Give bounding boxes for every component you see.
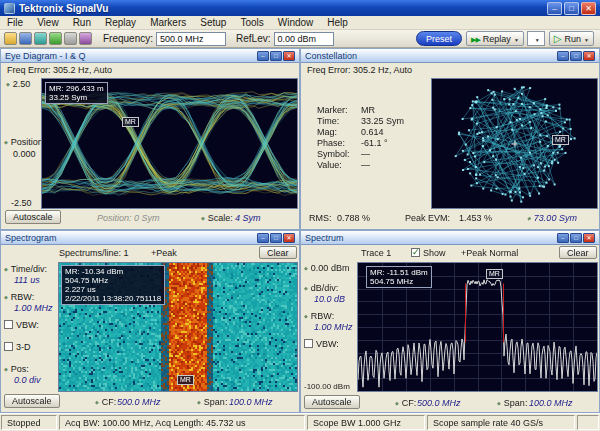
minimize-button[interactable] <box>547 2 562 15</box>
symbols-value[interactable]: 73.00 Sym <box>527 213 577 223</box>
spectrum-panel-header: Spectrum <box>301 231 599 245</box>
db-div-value[interactable]: 10.0 dB <box>314 294 345 304</box>
clear-button[interactable]: Clear <box>259 246 297 259</box>
run-button[interactable]: Run <box>549 31 594 46</box>
vbw-checkbox[interactable] <box>4 320 13 329</box>
rbw-label[interactable]: RBW: <box>304 311 334 321</box>
autoscale-button[interactable]: Autoscale <box>4 394 60 408</box>
spectrogram-panel-title: Spectrogram <box>5 233 257 243</box>
panel-close-button[interactable] <box>283 233 295 243</box>
autoscale-button[interactable]: Autoscale <box>304 395 360 409</box>
autoscale-button[interactable]: Autoscale <box>5 210 61 224</box>
scale-value[interactable]: 4 Sym <box>235 213 261 223</box>
chevron-down-icon <box>511 34 519 44</box>
detector-readout[interactable]: +Peak <box>151 248 177 258</box>
preset-button[interactable]: Preset <box>416 31 462 46</box>
menu-item-replay[interactable]: Replay <box>98 16 143 30</box>
spectrum-panel-title: Spectrum <box>305 233 557 243</box>
y-max-label[interactable]: 2.50 <box>6 79 30 89</box>
eye-marker-mr[interactable]: MR <box>122 117 139 127</box>
panel-minimize-button[interactable] <box>557 51 569 61</box>
position-label[interactable]: Position: <box>4 137 45 147</box>
constellation-plot[interactable]: MR <box>431 78 598 209</box>
rbw-value[interactable]: 1.00 MHz <box>314 322 353 332</box>
clear-button[interactable]: Clear <box>559 246 597 259</box>
run-icon <box>554 33 565 44</box>
panel-maximize-button[interactable] <box>270 233 282 243</box>
scale-label[interactable]: Scale: <box>201 213 233 223</box>
spectrum-marker-readout: MR: -11.51 dBm 504.75 MHz <box>366 266 432 288</box>
close-button[interactable] <box>581 2 596 15</box>
replay-select[interactable] <box>527 31 545 46</box>
spectrogram-plot[interactable]: MR: -10.34 dBm 504.75 MHz 2.227 us 2/22/… <box>58 262 298 392</box>
rms-value: 0.788 % <box>337 213 370 223</box>
menu-item-run[interactable]: Run <box>66 16 98 30</box>
spectrogram-marker-mr[interactable]: MR <box>177 375 194 385</box>
panel-maximize-button[interactable] <box>270 51 282 61</box>
frequency-input[interactable]: 500.0 MHz <box>156 32 226 46</box>
span-value[interactable]: 100.0 MHz <box>229 397 273 407</box>
save-icon[interactable] <box>19 32 32 45</box>
maximize-button[interactable] <box>564 2 579 15</box>
vbw-checkbox[interactable] <box>304 339 313 348</box>
panel-minimize-button[interactable] <box>257 233 269 243</box>
replay-button[interactable]: Replay <box>466 31 524 46</box>
scope-rate-readout: Scope sample rate 40 GS/s <box>427 415 575 430</box>
menu-item-window[interactable]: Window <box>271 16 321 30</box>
cf-label[interactable]: CF: <box>395 398 416 408</box>
window-title: Tektronix SignalVu <box>19 3 547 14</box>
markers-icon[interactable] <box>49 32 62 45</box>
cf-value[interactable]: 500.0 MHz <box>117 397 161 407</box>
span-label[interactable]: Span: <box>497 398 527 408</box>
trace-selector[interactable]: Trace 1 <box>361 248 391 258</box>
freq-error-readout: Freq Error: 305.2 Hz, Auto <box>307 65 412 75</box>
cf-value[interactable]: 500.0 MHz <box>417 398 461 408</box>
panel-close-button[interactable] <box>583 51 595 61</box>
setup-icon[interactable] <box>64 32 77 45</box>
panel-close-button[interactable] <box>583 233 595 243</box>
display-icon[interactable] <box>34 32 47 45</box>
value-value: — <box>361 160 370 170</box>
position-value[interactable]: 0.000 <box>13 149 36 159</box>
spectrum-marker-mr[interactable]: MR <box>486 269 503 279</box>
detector-readout[interactable]: +Peak Normal <box>461 248 518 258</box>
menu-item-help[interactable]: Help <box>320 16 355 30</box>
reflev-input[interactable]: 0.00 dBm <box>274 32 334 46</box>
span-label[interactable]: Span: <box>197 397 227 407</box>
panel-maximize-button[interactable] <box>570 51 582 61</box>
open-icon[interactable] <box>4 32 17 45</box>
menu-item-file[interactable]: File <box>0 16 30 30</box>
span-value[interactable]: 100.0 MHz <box>529 398 573 408</box>
analysis-icon[interactable] <box>79 32 92 45</box>
threed-row: 3-D <box>4 342 31 352</box>
constellation-marker-mr[interactable]: MR <box>552 135 569 145</box>
pos-value[interactable]: 0.0 div <box>14 375 41 385</box>
panel-close-button[interactable] <box>283 51 295 61</box>
eye-diagram-plot[interactable]: MR: 296.433 m 33.25 Sym MR <box>41 78 298 209</box>
show-checkbox[interactable] <box>411 248 420 257</box>
ref-level-label[interactable]: 0.00 dBm <box>304 263 349 273</box>
time-div-value[interactable]: 111 us <box>14 275 40 285</box>
time-div-label[interactable]: Time/div: <box>4 264 47 274</box>
panel-minimize-button[interactable] <box>257 51 269 61</box>
show-row: Show <box>411 248 446 258</box>
vbw-row: VBW: <box>4 320 39 330</box>
threed-checkbox[interactable] <box>4 342 13 351</box>
marker-label: Marker: <box>317 105 348 115</box>
spectrum-panel: Spectrum Trace 1 Show +Peak Normal Clear… <box>300 230 600 413</box>
menu-item-view[interactable]: View <box>30 16 66 30</box>
position-readout: Position: 0 Sym <box>97 213 160 223</box>
rbw-value[interactable]: 1.00 MHz <box>14 303 53 313</box>
spectrums-per-line-readout[interactable]: Spectrums/line: 1 <box>59 248 129 258</box>
cf-label[interactable]: CF: <box>95 397 116 407</box>
rbw-label[interactable]: RBW: <box>4 292 34 302</box>
menu-item-setup[interactable]: Setup <box>193 16 233 30</box>
panel-maximize-button[interactable] <box>570 233 582 243</box>
menu-item-markers[interactable]: Markers <box>143 16 193 30</box>
pos-label[interactable]: Pos: <box>4 364 29 374</box>
panel-minimize-button[interactable] <box>557 233 569 243</box>
reflev-label: RefLev: <box>236 33 270 44</box>
spectrum-plot[interactable]: MR: -11.51 dBm 504.75 MHz MR <box>357 262 598 392</box>
menu-item-tools[interactable]: Tools <box>233 16 270 30</box>
db-div-label[interactable]: dB/div: <box>304 283 338 293</box>
